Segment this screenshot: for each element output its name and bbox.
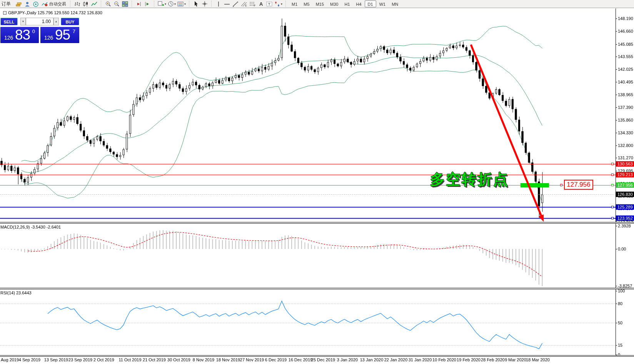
date-tick-label: 16 Dec 2019: [289, 357, 312, 362]
price-tick-label: 145.085: [618, 42, 634, 47]
line-chart-icon[interactable]: [90, 0, 98, 8]
macd-tick-label: 0.00: [618, 247, 634, 251]
rsi-tick-label: 50: [618, 321, 634, 325]
date-tick-label: 6 Dec 2019: [265, 357, 287, 362]
dropdown-caret-icon[interactable]: ▾: [165, 2, 166, 6]
price-flag-129213[interactable]: 129.213: [616, 172, 634, 177]
zoom-in-icon[interactable]: [104, 0, 112, 8]
new-order-button[interactable]: 订单: [0, 0, 15, 8]
date-tick-label: 19 Feb 2020: [457, 357, 481, 362]
turning-point-annotation[interactable]: 多空转折点: [430, 170, 509, 189]
toolbar-separator: [101, 1, 103, 7]
svg-text:F: F: [254, 4, 255, 7]
price-tag-label[interactable]: 127.956: [564, 180, 593, 190]
gold-orders-icon[interactable]: [15, 0, 23, 8]
main-toolbar: 订单自动交易▾▾▾EFAT▾M1M5M15M30H1H4D1W1MN: [0, 0, 634, 8]
timeframe-button-m15[interactable]: M15: [313, 0, 327, 7]
macd-rsi-separator[interactable]: [0, 288, 634, 289]
date-tick-label: 13 Sep 2019: [44, 357, 68, 362]
price-chart-canvas[interactable]: [0, 0, 634, 364]
timeframe-button-w1[interactable]: W1: [376, 0, 389, 7]
toolbar-separator: [70, 1, 72, 7]
autotrade-toggle-button[interactable]: 自动交易: [40, 0, 68, 8]
price-tick-label: 132.800: [618, 143, 634, 148]
signal-icon[interactable]: [32, 0, 40, 8]
zoom-out-icon[interactable]: [112, 0, 121, 8]
timeframe-button-h1[interactable]: H1: [341, 0, 353, 7]
chart-title: GBPJPY-,Daily 125.796 129.550 124.732 12…: [3, 10, 102, 15]
fibonacci-icon[interactable]: F: [248, 0, 257, 8]
price-tick-label: 137.390: [618, 105, 634, 110]
date-tick-label: 11 Oct 2019: [118, 357, 141, 362]
buy-price-pip: 7: [73, 28, 75, 34]
date-tick-label: 10 Feb 2020: [432, 357, 456, 362]
trendline-icon[interactable]: [231, 0, 240, 8]
sell-button[interactable]: SELL: [0, 18, 18, 25]
price-tick-label: 146.660: [618, 29, 634, 33]
date-tick-label: 18 Mar 2020: [526, 357, 550, 362]
text-icon[interactable]: A: [257, 0, 265, 8]
auto-scroll-icon[interactable]: [143, 0, 152, 8]
text-label-icon[interactable]: T: [265, 0, 274, 8]
main-macd-separator[interactable]: [0, 222, 634, 224]
channel-icon[interactable]: E: [240, 0, 248, 8]
bars-chart-icon[interactable]: [73, 0, 82, 8]
date-tick-label: Aug 2019: [1, 357, 19, 362]
chart-template-icon[interactable]: ▾: [177, 0, 187, 8]
date-tick-label: 9 Mar 2020: [505, 357, 526, 362]
buy-button[interactable]: BUY: [61, 18, 79, 25]
rsi-bottom-separator: [0, 355, 634, 357]
buy-price-prefix: 126: [44, 35, 53, 41]
timeframe-button-h4[interactable]: H4: [353, 0, 365, 7]
date-tick-label: 21 Oct 2019: [143, 357, 166, 362]
dropdown-caret-icon[interactable]: ▾: [184, 2, 186, 6]
sell-price-display[interactable]: 126 83 0: [0, 27, 39, 43]
toolbar-separator: [285, 1, 287, 7]
price-flag-123952[interactable]: 123.952: [616, 215, 634, 221]
price-tick-label: 131.270: [618, 155, 634, 160]
horizontal-line-icon[interactable]: [223, 0, 231, 8]
svg-text:T: T: [268, 2, 270, 6]
autotrade-label: 自动交易: [49, 1, 66, 7]
timeframe-button-m1[interactable]: M1: [289, 0, 300, 7]
macd-indicator-label: MACD(12,26,9) -3.5430 -2.6401: [0, 225, 61, 229]
chart-shift-icon[interactable]: [135, 0, 143, 8]
arrows-icon[interactable]: ▾: [274, 0, 283, 8]
date-tick-label: 8 Nov 2019: [193, 357, 214, 362]
cursor-icon[interactable]: [192, 0, 200, 8]
volume-input[interactable]: 1.00: [26, 18, 53, 25]
volume-decrease-button[interactable]: ▼: [20, 18, 26, 25]
price-flag-127956[interactable]: 127.956: [616, 182, 634, 188]
timeframe-button-d1[interactable]: D1: [365, 0, 376, 7]
macd-tick-label: 2.3928: [618, 224, 634, 228]
timeframes-clock-icon[interactable]: ▾: [167, 0, 177, 8]
timeframe-button-mn[interactable]: MN: [389, 0, 401, 7]
rsi-indicator-label: RSI(14) 23.6443: [0, 291, 32, 295]
dropdown-caret-icon[interactable]: ▾: [174, 2, 176, 6]
dropdown-caret-icon[interactable]: ▾: [281, 2, 282, 6]
sell-price-prefix: 126: [4, 35, 13, 41]
timeframe-button-m30[interactable]: M30: [327, 0, 341, 7]
sell-price-pip: 0: [32, 28, 35, 34]
date-tick-label: 4 Sep 2019: [19, 357, 40, 362]
date-tick-label: 27 Nov 2019: [240, 357, 264, 362]
toolbar-separator: [211, 1, 213, 7]
accounts-icon[interactable]: [23, 0, 32, 8]
vertical-line-icon[interactable]: [214, 0, 223, 8]
current-price-flag: 126.830: [616, 192, 634, 197]
date-tick-label: 2 Oct 2019: [93, 357, 114, 362]
volume-increase-button[interactable]: ▲: [53, 18, 59, 25]
price-tick-label: 135.860: [618, 118, 634, 122]
price-flag-125289[interactable]: 125.289: [616, 204, 634, 210]
timeframe-button-m5[interactable]: M5: [300, 0, 312, 7]
candlestick-chart-icon[interactable]: [82, 0, 90, 8]
crosshair-icon[interactable]: [200, 0, 209, 8]
tile-windows-icon[interactable]: [121, 0, 129, 8]
price-tick-label: 134.330: [618, 130, 634, 135]
price-flag-130563[interactable]: 130.563: [616, 161, 634, 167]
buy-price-display[interactable]: 126 95 7: [40, 27, 79, 43]
date-tick-label: 13 Jan 2020: [360, 357, 384, 362]
chart-title-text: GBPJPY-,Daily 125.796 129.550 124.732 12…: [8, 10, 102, 15]
date-tick-label: 28 Feb 2020: [481, 357, 505, 362]
new-chart-icon[interactable]: ▾: [157, 0, 167, 8]
